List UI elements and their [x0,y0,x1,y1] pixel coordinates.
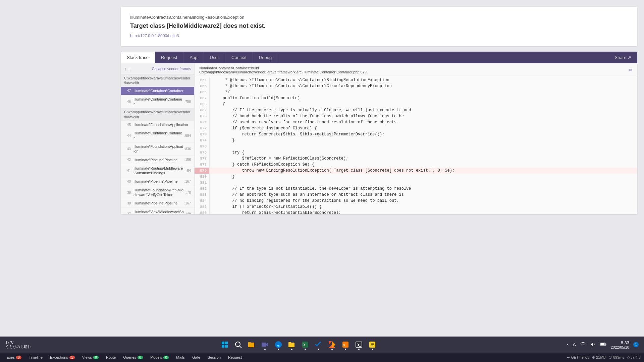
frame-line: :49 [186,212,191,214]
taskbar-center: X X [31,339,566,351]
bar-item-session[interactable]: Session [204,354,224,361]
stack-panel: ↑ ↓ Collapse vendor frames C:\xampp\htdo… [121,63,637,214]
excel-button[interactable]: X [299,339,311,351]
bar-request-method: ↩ GET hello3 [567,355,589,360]
vscode-button[interactable] [313,339,325,351]
frame-item-40[interactable]: 40 Illuminate\Pipeline\Pipeline :167 [121,177,194,186]
queries-badge: 0 [138,356,143,359]
code-line: 864 * @throws \Illuminate\Contracts\Cont… [195,77,637,83]
frame-group-header-2: C:\xampp\htdocs\laravelumarche\vendor\la… [121,108,194,121]
arrow-up-icon[interactable]: ↑ [124,66,126,71]
code-line: 873 return $concrete($this, $this->getLa… [195,131,637,137]
frame-line: :54 [186,169,191,173]
bar-item-request[interactable]: Request [225,354,245,361]
bar-item-gate[interactable]: Gate [189,354,204,361]
error-exception: Illuminate\Contracts\Container\BindingRe… [130,15,628,20]
notes-button[interactable] [366,339,378,351]
svg-rect-2 [222,345,224,348]
notification-badge[interactable]: 1 [633,342,639,347]
weather-description: くもりのち晴れ [5,344,31,349]
frame-item-46[interactable]: 46 Illuminate\Container\Container :758 [121,95,194,109]
frame-item-37[interactable]: 37 Illuminate\View\Middleware\ShareError… [121,208,194,214]
frame-navigation-arrows[interactable]: ↑ ↓ [124,66,130,71]
bar-item-timeline[interactable]: Timeline [25,354,46,361]
collapse-vendor-button[interactable]: Collapse vendor frames [152,67,191,71]
exceptions-badge: 1 [69,356,75,359]
code-line: 871 // used as resolvers for more fine-t… [195,119,637,125]
bar-item-models[interactable]: Models 0 [147,354,172,361]
pages-badge: 0 [16,356,21,359]
teams-button[interactable] [259,339,271,351]
weather-widget: 17°C くもりのち晴れ [5,340,31,349]
views-badge: 0 [93,356,99,359]
terminal-button[interactable] [353,339,365,351]
main-content: Illuminate\Contracts\Container\BindingRe… [114,0,644,325]
tray-volume-icon[interactable] [590,342,596,347]
taskbar-right: ∧ A 8:33 2022/05/18 1 [566,340,639,349]
code-line: 872 if ($concrete instanceof Closure) { [195,125,637,131]
edit-file-icon[interactable]: ✏ [629,67,633,73]
xampp-button[interactable]: X [339,339,352,351]
code-line: 885 if (! $reflector->isInstantiable()) … [195,204,637,210]
tab-stack-trace[interactable]: Stack trace [121,52,155,63]
code-line: 886 return $this->notInstantiable($concr… [195,210,637,214]
arrow-down-icon[interactable]: ↓ [128,66,130,71]
weather-temperature: 17°C [5,340,31,344]
bar-item-mails[interactable]: Mails [173,354,188,361]
start-button[interactable] [219,339,231,351]
code-line: 870 // hand back the results of the func… [195,113,637,119]
tab-user[interactable]: User [204,52,225,63]
frame-item-44[interactable]: 44 Illuminate\Container\Container :884 [121,129,194,142]
tray-font-icon: A [573,342,576,347]
svg-rect-3 [225,345,228,348]
frame-number: 44 [124,134,131,137]
tab-debug[interactable]: Debug [253,52,278,63]
frame-class: Illuminate\Pipeline\Pipeline [133,179,183,184]
code-location: Illuminate\Container\Container::build C:… [199,66,367,74]
frame-group-header-1: C:\xampp\htdocs\laravelumarche\vendor\la… [121,74,194,87]
bar-memory: ⊙ 21MB [592,355,606,360]
code-panel: Illuminate\Container\Container::build C:… [195,63,637,214]
svg-rect-6 [262,343,266,347]
frame-class: Illuminate\Container\Container [133,131,183,140]
frame-class: Illuminate\Foundation\Application [133,144,183,154]
frame-item-39[interactable]: 39 Illuminate\Foundation\Http\Middleware… [121,186,194,199]
bar-item-views[interactable]: Views 0 [79,354,102,361]
frame-item-45[interactable]: 45 Illuminate\Foundation\Application [121,121,194,129]
code-line: 882 // If the type is not instantiable, … [195,186,637,192]
debug-panel: Stack trace Request App User Context Deb… [121,52,637,214]
tab-request[interactable]: Request [155,52,183,63]
bar-item-route[interactable]: Route [103,354,119,361]
share-button[interactable]: Share ↗ [609,52,637,63]
frame-item-47[interactable]: 47 Illuminate\Container\Container [121,87,194,95]
tab-context[interactable]: Context [225,52,253,63]
clock-date: 2022/05/18 [611,345,629,349]
explorer-button[interactable] [286,339,298,351]
bar-item-queries[interactable]: Queries 0 [120,354,146,361]
bar-item-exceptions[interactable]: Exceptions 1 [47,354,78,361]
code-line: 880 } [195,174,637,180]
tab-app[interactable]: App [183,52,204,63]
frame-item-42[interactable]: 42 Illuminate\Pipeline\Pipeline :156 [121,156,194,164]
frame-number: 41 [124,169,131,173]
kotlin-button[interactable] [326,339,338,351]
code-line: 868 { [195,101,637,107]
svg-rect-19 [606,344,606,345]
system-clock[interactable]: 8:33 2022/05/18 [611,340,629,349]
bar-item-pages[interactable]: ages 0 [3,354,25,361]
frame-item-43[interactable]: 43 Illuminate\Foundation\Application :83… [121,142,194,156]
code-line: 867 public function build($concrete) [195,95,637,101]
frame-item-38[interactable]: 38 Illuminate\Pipeline\Pipeline :167 [121,199,194,207]
tray-wifi-icon[interactable] [580,342,586,347]
code-line: 876 try { [195,149,637,156]
edge-button[interactable] [272,339,284,351]
frame-line: :167 [184,201,191,205]
tray-chevron-icon[interactable]: ∧ [566,343,569,347]
svg-rect-18 [600,343,604,346]
frame-list: ↑ ↓ Collapse vendor frames C:\xampp\htdo… [121,63,195,214]
frame-line: :758 [184,100,191,104]
error-url[interactable]: http://127.0.0.1:8000/hello3 [130,34,179,38]
search-taskbar-button[interactable] [232,339,244,351]
file-manager-button[interactable] [246,339,258,351]
frame-item-41[interactable]: 41 Illuminate\Routing\Middleware\Substit… [121,164,194,178]
